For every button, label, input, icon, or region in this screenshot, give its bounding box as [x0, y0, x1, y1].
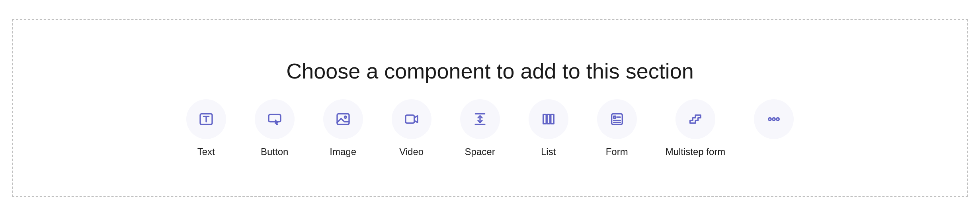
add-image-button[interactable]: Image [323, 99, 363, 157]
svg-rect-9 [547, 114, 550, 124]
video-icon [392, 99, 431, 139]
add-form-button[interactable]: Form [597, 99, 637, 157]
component-label: Text [197, 146, 215, 157]
svg-point-17 [773, 118, 775, 121]
component-label: Image [330, 146, 356, 157]
svg-rect-2 [337, 114, 349, 125]
svg-rect-10 [551, 114, 554, 124]
multistep-form-icon [675, 99, 715, 139]
add-button-button[interactable]: Button [255, 99, 295, 157]
svg-point-3 [344, 116, 346, 118]
component-label: Form [606, 146, 628, 157]
button-icon [255, 99, 295, 139]
section-heading: Choose a component to add to this sectio… [286, 59, 694, 83]
svg-rect-4 [406, 115, 414, 123]
component-label: Spacer [465, 146, 495, 157]
component-label: Button [261, 146, 288, 157]
add-spacer-button[interactable]: Spacer [460, 99, 500, 157]
component-label: Video [399, 146, 424, 157]
more-components-button[interactable] [754, 99, 794, 139]
image-icon [323, 99, 363, 139]
add-multistep-form-button[interactable]: Multistep form [666, 99, 726, 157]
component-label: List [541, 146, 556, 157]
more-icon [754, 99, 794, 139]
svg-point-18 [777, 118, 779, 121]
svg-rect-12 [613, 116, 615, 118]
component-options-row: Text Button Image [186, 99, 794, 157]
spacer-icon [460, 99, 500, 139]
svg-rect-8 [543, 114, 546, 124]
add-component-section: Choose a component to add to this sectio… [12, 19, 968, 197]
list-icon [529, 99, 568, 139]
add-video-button[interactable]: Video [392, 99, 431, 157]
svg-point-16 [769, 118, 771, 121]
component-label: Multistep form [666, 146, 726, 157]
text-icon [186, 99, 226, 139]
add-text-button[interactable]: Text [186, 99, 226, 157]
form-icon [597, 99, 637, 139]
svg-rect-1 [269, 114, 281, 122]
add-list-button[interactable]: List [529, 99, 568, 157]
